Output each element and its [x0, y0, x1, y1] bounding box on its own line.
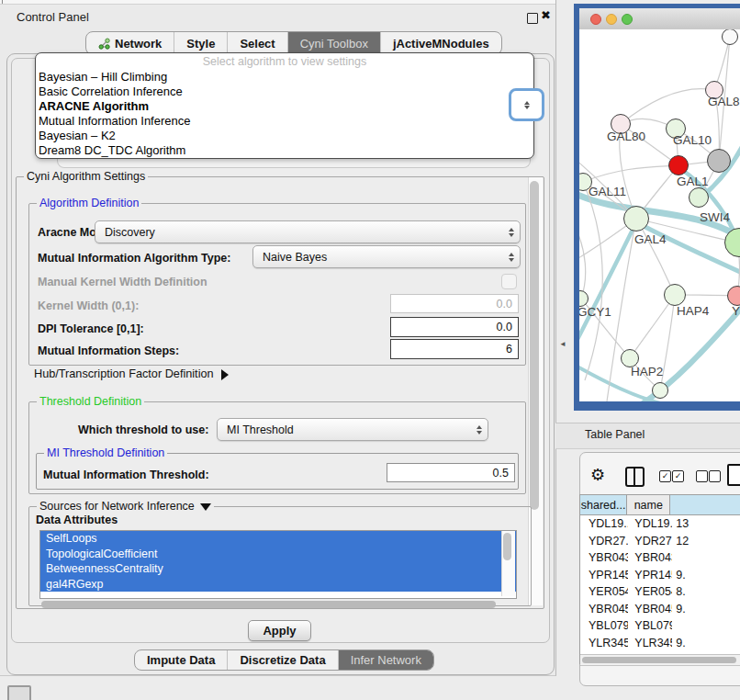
tab-cyni-toolbox[interactable]: Cyni Toolbox	[287, 32, 380, 54]
table-cell: YER054C	[580, 585, 628, 598]
column-header-name[interactable]: name	[627, 494, 670, 515]
mi-threshold-label: Mutual Information Threshold:	[43, 469, 209, 481]
table-row[interactable]: YPR145WYPR145W9.	[580, 567, 740, 584]
columns-icon[interactable]	[625, 467, 645, 487]
table-row[interactable]: YDR27...YDR27...12	[580, 533, 740, 550]
dropdown-item-basic-correlation-inference[interactable]: Basic Correlation Inference	[36, 85, 533, 99]
tab-style[interactable]: Style	[174, 32, 227, 54]
zoom-traffic-light[interactable]	[622, 14, 633, 25]
float-icon[interactable]	[527, 13, 538, 24]
node-label-gal80: GAL80	[607, 130, 645, 143]
attribute-item-selfloops[interactable]: SelfLoops	[40, 531, 516, 547]
mi-steps-label: Mutual Information Steps:	[38, 344, 179, 357]
bottom-tab-bar: Impute DataDiscretize DataInfer Network	[134, 649, 434, 671]
close-icon[interactable]: ✖	[541, 8, 551, 22]
select-all-icon[interactable]: ✓	[659, 470, 671, 482]
dropdown-item-dream8-dc-tdc-algorithm[interactable]: Dream8 DC_TDC Algorithm	[36, 143, 533, 158]
which-threshold-value: MI Threshold	[218, 423, 471, 436]
close-traffic-light[interactable]	[590, 14, 601, 25]
dropdown-item-bayesian-hill-climbing[interactable]: Bayesian – Hill Climbing	[36, 70, 533, 85]
settings-group-title: Cyni Algorithm Settings	[24, 170, 148, 183]
hub-section-label: Hub/Transcription Factor Definition	[34, 367, 214, 380]
stepper-icon	[503, 228, 520, 237]
node-label-gcy1: GCY1	[579, 305, 611, 319]
aracne-mode-value: Discovery	[95, 226, 503, 239]
minimize-traffic-light[interactable]	[606, 14, 617, 25]
table-row[interactable]: YER054CYER054C8.	[580, 583, 740, 601]
mi-algorithm-type-select[interactable]: Naive Bayes	[252, 245, 521, 268]
deselect-all-icon[interactable]	[696, 470, 708, 482]
document-icon[interactable]	[727, 464, 740, 486]
table-cell: 8.	[672, 585, 740, 598]
network-node[interactable]	[689, 187, 709, 208]
deselect-all-icon[interactable]	[709, 470, 721, 482]
mi-threshold-field[interactable]: 0.5	[387, 463, 515, 482]
tab-impute-data[interactable]: Impute Data	[135, 650, 227, 670]
node-table[interactable]: shared...name YDL19...YDL19...13YDR27...…	[579, 494, 740, 664]
kernel-width-field[interactable]: 0.0	[390, 294, 519, 313]
aracne-mode-select[interactable]: Discovery	[95, 220, 521, 243]
attribute-item-betweennesscentrality[interactable]: BetweennessCentrality	[40, 561, 516, 577]
node-label-hap4: HAP4	[677, 304, 709, 318]
dropdown-item-bayesian-k2[interactable]: Bayesian – K2	[36, 129, 533, 143]
dpi-tolerance-field[interactable]: 0.0	[390, 317, 519, 337]
table-hscrollbar-track[interactable]	[580, 654, 740, 666]
node-label-gal1: GAL1	[677, 175, 709, 188]
apply-button[interactable]: Apply	[248, 620, 311, 641]
table-row[interactable]: YBL079WYBL079W	[580, 617, 740, 635]
dropdown-item-aracne-algorithm[interactable]: ARACNE Algorithm	[36, 99, 533, 114]
mi-steps-field[interactable]: 6	[390, 339, 519, 359]
algorithm-definition-title: Algorithm Definition	[37, 197, 141, 209]
network-node[interactable]	[664, 284, 686, 306]
column-header-shared[interactable]: shared...	[580, 494, 627, 515]
spinner-up-icon	[524, 101, 530, 105]
select-all-icon[interactable]: ✓	[672, 470, 684, 482]
tab-infer-network[interactable]: Infer Network	[338, 650, 433, 670]
manual-kernel-checkbox[interactable]	[501, 274, 517, 289]
network-window-titlebar[interactable]	[579, 8, 740, 30]
table-row[interactable]: YLR345WYLR345W9.	[580, 635, 740, 652]
cursor-arrow: ◄	[559, 340, 566, 348]
column-header-numeric[interactable]	[670, 494, 740, 515]
table-cell: YBR045C	[628, 603, 672, 615]
manual-kernel-label: Manual Kernel Width Definition	[38, 276, 207, 288]
node-label-hap2: HAP2	[631, 365, 663, 378]
table-row[interactable]: YDL19...YDL19...13	[580, 515, 740, 533]
table-body: YDL19...YDL19...13YDR27...YDR27...12YBR0…	[580, 515, 740, 664]
table-row[interactable]: YBR043CYBR043C	[580, 549, 740, 567]
attributes-scrollbar-thumb[interactable]	[503, 533, 511, 560]
gear-icon[interactable]: ⚙	[590, 465, 605, 485]
network-node[interactable]	[668, 155, 689, 175]
settings-hscrollbar-thumb[interactable]	[41, 601, 496, 608]
settings-scrollbar-thumb[interactable]	[530, 181, 539, 510]
dropdown-item-mutual-information-inference[interactable]: Mutual Information Inference	[36, 114, 533, 129]
hub-section-toggle[interactable]: Hub/Transcription Factor Definition	[34, 367, 229, 380]
table-row[interactable]: YBR045CYBR045C9.	[580, 601, 740, 618]
table-cell: YBR043C	[580, 551, 628, 564]
which-threshold-select[interactable]: MI Threshold	[217, 418, 488, 441]
table-panel-titlebar	[555, 423, 740, 449]
network-node[interactable]	[623, 206, 649, 231]
threshold-definition-title: Threshold Definition	[37, 395, 144, 408]
attribute-item-gal4rgexp[interactable]: gal4RGexp	[40, 577, 516, 593]
focused-combo-fragment[interactable]	[509, 88, 544, 121]
which-threshold-label: Which threshold to use:	[78, 423, 208, 436]
table-cell: YBR043C	[628, 551, 672, 564]
network-canvas[interactable]: GAL8GAL80GAL10GAL1GAL11GAL4SWI4GCY1HAP4Y…	[579, 29, 740, 401]
node-label-y: Y	[732, 304, 740, 318]
network-node[interactable]	[707, 149, 731, 173]
data-attributes-list[interactable]: SelfLoopsTopologicalCoefficientBetweenne…	[39, 530, 517, 599]
stepper-icon	[471, 425, 488, 435]
tab-select[interactable]: Select	[227, 32, 286, 54]
table-cell: YDR27...	[628, 535, 672, 548]
tab-network[interactable]: Network	[86, 32, 174, 54]
attribute-item-topologicalcoefficient[interactable]: TopologicalCoefficient	[40, 547, 516, 562]
minimized-panel-icon[interactable]	[7, 685, 31, 700]
network-node[interactable]	[652, 382, 668, 399]
table-panel-title: Table Panel	[585, 428, 645, 441]
table-cell: YLR345W	[628, 637, 672, 649]
table-hscrollbar-thumb[interactable]	[582, 657, 736, 663]
sources-title-row[interactable]: Sources for Network Inference	[37, 500, 214, 513]
tab-jactivemnodules[interactable]: jActiveMNodules	[380, 32, 501, 54]
tab-discretize-data[interactable]: Discretize Data	[227, 650, 337, 670]
